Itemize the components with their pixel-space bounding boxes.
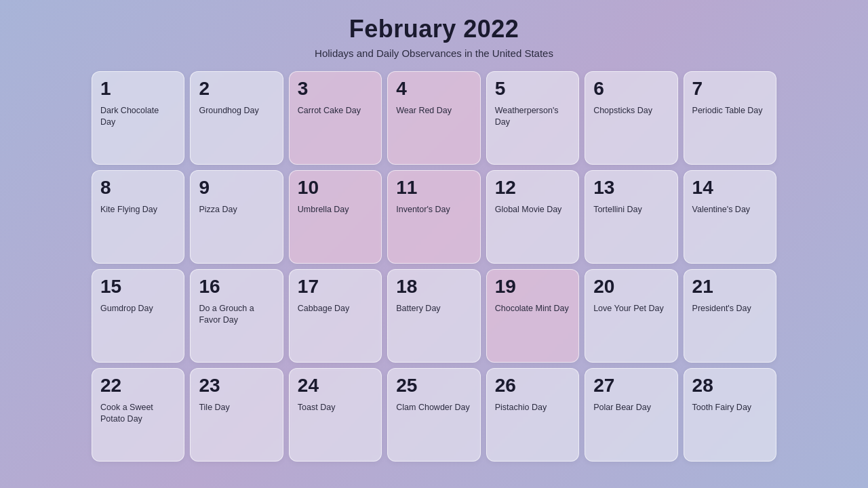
day-event-22: Cook a Sweet Potato Day [100, 402, 176, 425]
day-number-25: 25 [396, 375, 471, 396]
day-cell-27: 27Polar Bear Day [585, 368, 677, 462]
day-cell-11: 11Inventor's Day [387, 170, 480, 264]
day-event-14: Valentine's Day [692, 204, 768, 216]
day-cell-18: 18Battery Day [387, 269, 480, 363]
day-number-13: 13 [593, 178, 669, 199]
day-number-3: 3 [298, 79, 373, 100]
day-cell-1: 1Dark Chocolate Day [92, 71, 184, 165]
day-number-1: 1 [100, 79, 176, 100]
day-cell-6: 6Chopsticks Day [585, 71, 677, 165]
day-event-20: Love Your Pet Day [593, 303, 669, 314]
day-number-15: 15 [100, 277, 176, 298]
day-event-21: President's Day [692, 303, 768, 314]
day-event-1: Dark Chocolate Day [100, 105, 176, 128]
day-event-11: Inventor's Day [396, 204, 471, 216]
day-cell-13: 13Tortellini Day [585, 170, 677, 264]
day-event-7: Periodic Table Day [692, 105, 768, 117]
day-event-27: Polar Bear Day [593, 402, 669, 413]
day-event-24: Toast Day [298, 402, 373, 413]
day-cell-9: 9Pizza Day [190, 170, 283, 264]
day-cell-5: 5Weatherperson's Day [486, 71, 579, 165]
day-event-12: Global Movie Day [495, 204, 570, 216]
day-number-9: 9 [199, 178, 274, 199]
day-cell-23: 23Tile Day [190, 368, 283, 462]
day-number-26: 26 [495, 375, 570, 396]
day-number-2: 2 [199, 79, 274, 100]
day-cell-28: 28Tooth Fairy Day [684, 368, 776, 462]
day-cell-17: 17Cabbage Day [289, 269, 382, 363]
day-event-17: Cabbage Day [298, 303, 373, 314]
day-number-16: 16 [199, 277, 274, 298]
day-number-20: 20 [593, 277, 669, 298]
day-cell-25: 25Clam Chowder Day [387, 368, 480, 462]
day-number-21: 21 [692, 277, 768, 298]
day-event-8: Kite Flying Day [100, 204, 176, 216]
day-cell-24: 24Toast Day [289, 368, 382, 462]
day-event-4: Wear Red Day [396, 105, 471, 117]
day-number-28: 28 [692, 375, 768, 396]
day-cell-4: 4Wear Red Day [387, 71, 480, 165]
day-event-23: Tile Day [199, 402, 274, 413]
day-event-13: Tortellini Day [593, 204, 669, 216]
day-number-17: 17 [298, 277, 373, 298]
day-event-5: Weatherperson's Day [495, 105, 570, 128]
day-event-6: Chopsticks Day [593, 105, 669, 117]
day-event-16: Do a Grouch a Favor Day [199, 303, 274, 326]
day-cell-14: 14Valentine's Day [684, 170, 776, 264]
day-number-5: 5 [495, 79, 570, 100]
day-event-25: Clam Chowder Day [396, 402, 471, 413]
day-cell-8: 8Kite Flying Day [92, 170, 184, 264]
day-event-3: Carrot Cake Day [298, 105, 373, 117]
day-number-12: 12 [495, 178, 570, 199]
day-cell-21: 21President's Day [684, 269, 776, 363]
day-event-10: Umbrella Day [298, 204, 373, 216]
day-cell-3: 3Carrot Cake Day [289, 71, 382, 165]
day-cell-15: 15Gumdrop Day [92, 269, 184, 363]
day-cell-7: 7Periodic Table Day [684, 71, 776, 165]
day-number-11: 11 [396, 178, 471, 199]
day-number-22: 22 [100, 375, 176, 396]
day-number-24: 24 [298, 375, 373, 396]
day-number-23: 23 [199, 375, 274, 396]
day-number-27: 27 [593, 375, 669, 396]
day-number-7: 7 [692, 79, 768, 100]
page-subtitle: Holidays and Daily Observances in the Un… [315, 47, 553, 59]
day-event-2: Groundhog Day [199, 105, 274, 117]
page-title: February 2022 [349, 15, 519, 43]
day-cell-19: 19Chocolate Mint Day [486, 269, 579, 363]
day-event-18: Battery Day [396, 303, 471, 314]
day-event-15: Gumdrop Day [100, 303, 176, 314]
day-cell-12: 12Global Movie Day [486, 170, 579, 264]
day-event-9: Pizza Day [199, 204, 274, 216]
day-number-14: 14 [692, 178, 768, 199]
day-cell-16: 16Do a Grouch a Favor Day [190, 269, 283, 363]
calendar-grid: 1Dark Chocolate Day2Groundhog Day3Carrot… [92, 71, 776, 462]
day-cell-2: 2Groundhog Day [190, 71, 283, 165]
day-event-19: Chocolate Mint Day [495, 303, 570, 314]
day-cell-22: 22Cook a Sweet Potato Day [92, 368, 184, 462]
day-number-8: 8 [100, 178, 176, 199]
day-number-6: 6 [593, 79, 669, 100]
day-number-19: 19 [495, 277, 570, 298]
day-cell-10: 10Umbrella Day [289, 170, 382, 264]
day-number-10: 10 [298, 178, 373, 199]
day-number-18: 18 [396, 277, 471, 298]
day-cell-26: 26Pistachio Day [486, 368, 579, 462]
day-cell-20: 20Love Your Pet Day [585, 269, 677, 363]
day-event-28: Tooth Fairy Day [692, 402, 768, 413]
day-number-4: 4 [396, 79, 471, 100]
day-event-26: Pistachio Day [495, 402, 570, 413]
